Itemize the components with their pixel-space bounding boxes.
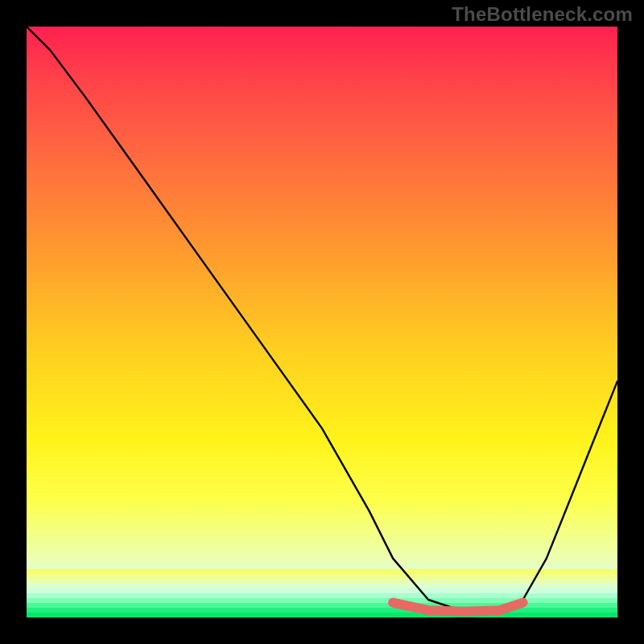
plot-area (27, 27, 617, 617)
curve-overlay (27, 27, 617, 617)
chart-frame: TheBottleneck.com (0, 0, 644, 644)
bottleneck-curve-path (27, 27, 617, 612)
highlight-flat-path (393, 603, 522, 612)
watermark-label: TheBottleneck.com (452, 3, 633, 26)
